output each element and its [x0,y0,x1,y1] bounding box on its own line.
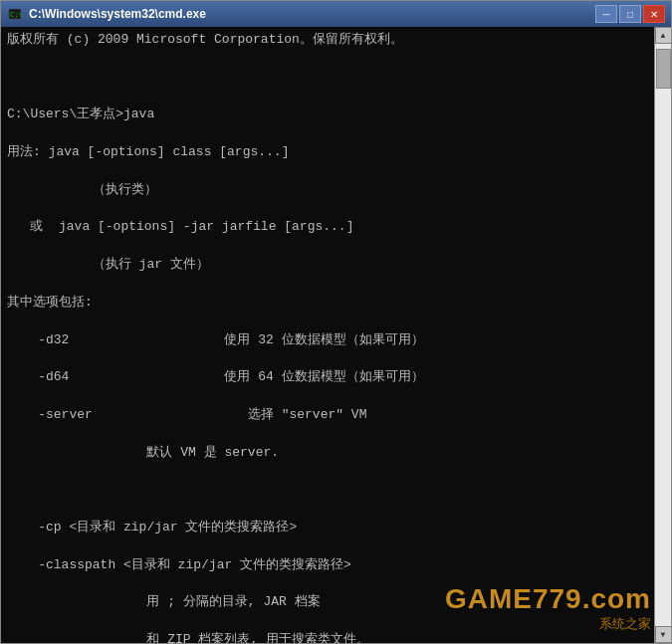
svg-text:C:\: C:\ [10,11,22,19]
scroll-thumb[interactable] [656,49,671,89]
cmd-icon: C:\ [7,6,23,22]
console-wrapper: 版权所有 (c) 2009 Microsoft Corporation。保留所有… [1,27,671,643]
scroll-down-button[interactable]: ▼ [655,626,672,643]
window-title: C:\Windows\system32\cmd.exe [29,7,206,21]
scroll-up-button[interactable]: ▲ [655,27,672,44]
console-output[interactable]: 版权所有 (c) 2009 Microsoft Corporation。保留所有… [1,27,654,643]
title-bar: C:\ C:\Windows\system32\cmd.exe ─ □ ✕ [1,1,671,27]
title-bar-left: C:\ C:\Windows\system32\cmd.exe [7,6,206,22]
cmd-window: C:\ C:\Windows\system32\cmd.exe ─ □ ✕ 版权… [0,0,672,644]
close-button[interactable]: ✕ [643,5,665,23]
maximize-button[interactable]: □ [619,5,641,23]
title-bar-buttons: ─ □ ✕ [595,5,665,23]
scroll-track[interactable] [655,44,672,626]
minimize-button[interactable]: ─ [595,5,617,23]
scrollbar[interactable]: ▲ ▼ [654,27,671,643]
